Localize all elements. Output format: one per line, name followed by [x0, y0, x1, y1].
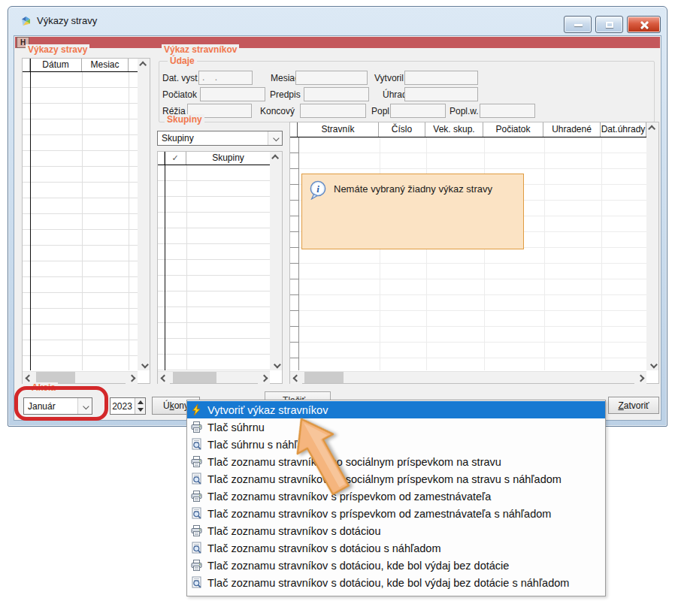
- scroll-right-icon: [260, 374, 268, 382]
- predpis-label: Predpis: [270, 89, 301, 100]
- vykazy-list-panel: Dátum Mesiac: [22, 58, 150, 384]
- uhrady-field[interactable]: [404, 87, 478, 101]
- stravnik-empty-rows[interactable]: [290, 137, 646, 370]
- maximize-button[interactable]: [595, 16, 623, 33]
- year-value: 2023: [110, 401, 134, 412]
- horizontal-scrollbar[interactable]: [158, 371, 270, 383]
- zatvorit-button[interactable]: Zatvoriť: [608, 397, 659, 414]
- client-area: H Výkazy stravy Dátum Mesiac: [14, 35, 661, 421]
- column-header[interactable]: Stravník: [298, 122, 379, 137]
- predpis-field[interactable]: [304, 87, 369, 101]
- menu-item[interactable]: Tlač zoznamu stravníkov s dotáciou, kde …: [187, 557, 605, 574]
- horizontal-scrollbar[interactable]: [290, 371, 646, 383]
- spin-down-icon: [138, 408, 144, 412]
- info-icon: i: [309, 180, 327, 200]
- year-spinner[interactable]: 2023: [110, 397, 146, 415]
- popl-field[interactable]: [390, 104, 446, 118]
- column-header[interactable]: Vek. skup.: [425, 122, 483, 137]
- scroll-up-icon: [271, 154, 279, 162]
- popl-w-field[interactable]: [480, 104, 535, 118]
- horizontal-scrollbar[interactable]: [23, 371, 138, 383]
- scrollbar-thumb[interactable]: [36, 372, 75, 383]
- scrollbar-thumb[interactable]: [173, 372, 216, 383]
- skupiny-dropdown[interactable]: Skupiny: [157, 131, 283, 146]
- spin-up-icon: [138, 400, 144, 404]
- udaje-group-label: Údaje: [168, 56, 197, 66]
- vytvoril-label: Vytvoril: [374, 73, 404, 83]
- menu-item[interactable]: Tlač zoznamu stravníkov s dotáciou, kde …: [187, 574, 605, 591]
- pociatok-label: Počiatok: [162, 89, 197, 100]
- scroll-down-icon: [649, 361, 657, 368]
- close-button[interactable]: [627, 16, 661, 33]
- column-header[interactable]: Číslo: [379, 122, 425, 137]
- dat-vyst-label: Dat. vyst.: [162, 73, 200, 83]
- menu-item[interactable]: Tlač súhrnu s náhľadom: [187, 436, 605, 453]
- skupiny-list-panel: ✓ Skupiny: [157, 151, 283, 384]
- printer-icon: [190, 455, 203, 468]
- header-stripe: H: [15, 37, 660, 48]
- spin-down-button[interactable]: [135, 406, 145, 415]
- dropdown-button[interactable]: [268, 131, 282, 145]
- vytvoril-field[interactable]: [404, 71, 478, 85]
- printer-icon: [190, 524, 203, 537]
- koncovy-field[interactable]: [300, 104, 366, 118]
- preview-icon: [190, 542, 203, 554]
- column-header-partial: [129, 59, 138, 71]
- svg-text:i: i: [316, 183, 319, 195]
- window-title: Výkazy stravy: [37, 15, 97, 26]
- column-header[interactable]: Mesiac: [82, 59, 129, 71]
- printer-icon: [190, 559, 203, 572]
- preview-icon: [190, 473, 203, 485]
- menu-item[interactable]: Tlač zoznamu stravníkov so sociálnym prí…: [187, 453, 605, 470]
- menu-item[interactable]: Tlač zoznamu stravníkov so sociálnym prí…: [187, 470, 605, 488]
- page-background: Výkazy stravy H Výkazy stravy Dátum: [0, 0, 675, 616]
- skupiny-dropdown-value: Skupiny: [162, 133, 194, 143]
- chevron-down-icon: [273, 135, 279, 141]
- menu-item[interactable]: Tlač zoznamu stravníkov s dotáciou s náh…: [187, 539, 605, 557]
- minimize-icon: [574, 24, 583, 26]
- vykazy-empty-rows[interactable]: [23, 72, 138, 370]
- red-highlight-annotation: [14, 386, 108, 421]
- scroll-right-icon: [637, 374, 644, 382]
- menu-item[interactable]: Tlač súhrnu: [187, 418, 605, 436]
- menu-item[interactable]: Tlač zoznamu stravníkov s príspevkom od …: [187, 488, 605, 505]
- menu-item[interactable]: Tlač zoznamu stravníkov s príspevkom od …: [187, 505, 605, 522]
- preview-icon: [190, 576, 203, 589]
- minimize-button[interactable]: [564, 16, 592, 33]
- close-icon: [640, 20, 649, 30]
- check-icon: ✓: [165, 152, 186, 165]
- maximize-icon: [606, 22, 613, 28]
- column-header[interactable]: Počiatok: [483, 122, 543, 137]
- popl-label: Popl.: [371, 106, 392, 116]
- scrollbar-thumb[interactable]: [304, 372, 344, 383]
- left-group-label: Výkazy stravy: [26, 44, 89, 55]
- column-header[interactable]: Dátum: [30, 59, 82, 71]
- info-message-text: Nemáte vybraný žiadny výkaz stravy: [334, 183, 492, 195]
- context-menu: Vytvoriť výkaz stravníkov Tlač súhrnu Tl…: [186, 400, 606, 596]
- vertical-scrollbar[interactable]: [138, 59, 150, 370]
- scroll-down-icon: [273, 361, 280, 368]
- menu-item[interactable]: Tlač zoznamu stravníkov s dotáciou: [187, 522, 605, 539]
- info-message-box: i Nemáte vybraný žiadny výkaz stravy: [301, 174, 524, 249]
- printer-icon: [190, 421, 203, 433]
- dat-vyst-field[interactable]: . .: [198, 71, 253, 85]
- title-bar[interactable]: Výkazy stravy: [8, 7, 667, 35]
- preview-icon: [190, 507, 203, 520]
- stravnik-table-panel: Stravník Číslo Vek. skup. Počiatok Uhrad…: [289, 122, 659, 384]
- preview-icon: [190, 438, 203, 451]
- row-selector-column: [23, 59, 30, 71]
- vertical-scrollbar[interactable]: [270, 152, 282, 370]
- skupiny-column-header[interactable]: Skupiny: [186, 152, 270, 165]
- skupiny-list-header: ✓ Skupiny: [158, 152, 270, 165]
- scroll-left-icon: [160, 374, 168, 382]
- pociatok-field[interactable]: [200, 87, 265, 101]
- vertical-scrollbar[interactable]: [646, 122, 658, 370]
- spin-up-button[interactable]: [135, 398, 145, 406]
- app-window: Výkazy stravy H Výkazy stravy Dátum: [8, 6, 667, 427]
- column-header[interactable]: Uhradené: [543, 122, 601, 137]
- skupiny-group-label: Skupiny: [165, 114, 204, 125]
- menu-item[interactable]: Vytvoriť výkaz stravníkov: [187, 401, 605, 418]
- mesiac-field[interactable]: [295, 71, 368, 85]
- column-header[interactable]: Dat.úhrady: [601, 122, 646, 137]
- skupiny-empty-rows[interactable]: [158, 165, 270, 370]
